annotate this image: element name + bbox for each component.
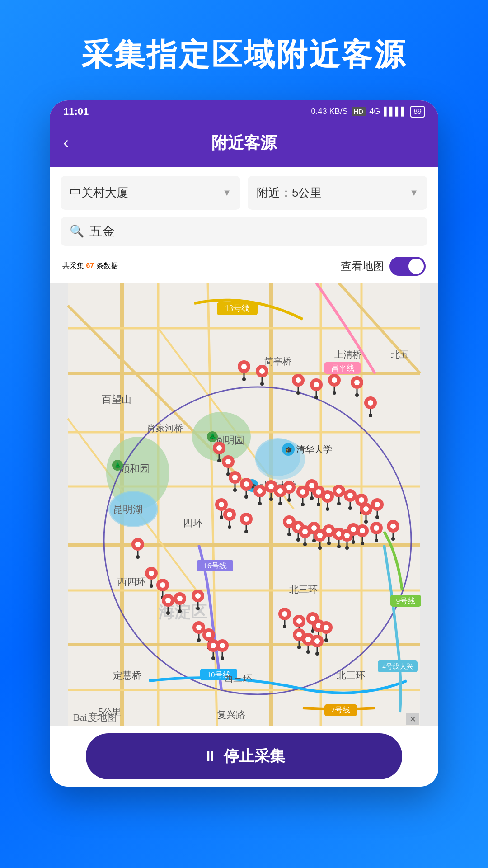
svg-point-244 [195, 593, 201, 599]
svg-point-220 [374, 525, 379, 531]
controls-area: 中关村大厦 ▼ 附近：5公里 ▼ 🔍 共采集 67 条数据 查看地图 [50, 167, 438, 283]
svg-text:西四环: 西四环 [117, 576, 146, 587]
svg-text:北五: 北五 [391, 349, 409, 359]
svg-point-166 [391, 537, 395, 541]
svg-text:🌲: 🌲 [114, 462, 121, 469]
stop-collection-button[interactable]: ⏸ 停止采集 [86, 733, 402, 779]
svg-point-108 [244, 481, 249, 487]
stats-row: 共采集 67 条数据 查看地图 [61, 253, 427, 283]
svg-point-94 [369, 414, 372, 417]
stats-suffix: 条数据 [96, 262, 118, 269]
svg-point-70 [242, 377, 246, 381]
svg-point-78 [296, 391, 300, 395]
svg-text:✕: ✕ [409, 715, 416, 724]
page-title: 附近客源 [211, 132, 277, 154]
svg-text:北三环: 北三环 [337, 670, 365, 681]
svg-text:13号线: 13号线 [225, 304, 249, 313]
map-container: 13号线 昌平线 16号线 10号线 4号线大兴 2号线 9号线 百望山 肖家河… [50, 283, 438, 726]
svg-point-126 [287, 498, 291, 502]
svg-point-80 [314, 382, 319, 387]
svg-point-286 [297, 646, 301, 649]
svg-text:2号线: 2号线 [331, 706, 351, 714]
svg-point-110 [244, 495, 248, 499]
svg-point-280 [324, 625, 329, 630]
svg-point-152 [359, 497, 364, 503]
signal-bars: ▌▌▌▌ [384, 107, 407, 116]
range-dropdown[interactable]: 附近：5公里 ▼ [248, 176, 427, 210]
stop-label: 停止采集 [224, 746, 285, 767]
app-header: ‹ 附近客源 [50, 123, 438, 167]
svg-point-136 [316, 489, 321, 495]
svg-point-190 [303, 542, 307, 546]
svg-point-262 [221, 656, 224, 660]
svg-point-294 [315, 652, 319, 656]
svg-point-84 [332, 377, 337, 383]
svg-point-288 [305, 637, 311, 642]
svg-point-232 [160, 582, 165, 588]
back-button[interactable]: ‹ [63, 133, 69, 152]
svg-point-188 [302, 529, 308, 534]
svg-point-250 [197, 638, 201, 642]
svg-point-246 [196, 607, 200, 610]
svg-point-116 [268, 484, 274, 489]
svg-point-128 [300, 489, 305, 495]
svg-point-120 [277, 488, 283, 494]
svg-text:9号线: 9号线 [396, 597, 416, 605]
svg-point-168 [219, 502, 224, 507]
svg-point-72 [259, 368, 265, 374]
svg-point-242 [178, 609, 182, 613]
network-icon: 4G [369, 107, 380, 116]
svg-text:Bai度地图: Bai度地图 [73, 712, 117, 723]
status-bar: 11:01 0.43 KB/S HD 4G ▌▌▌▌ 89 [50, 100, 438, 123]
svg-point-198 [318, 546, 322, 550]
svg-text:清华大学: 清华大学 [296, 444, 332, 454]
svg-point-252 [206, 632, 211, 637]
search-icon: 🔍 [70, 224, 84, 238]
map-toggle-label: 查看地图 [341, 259, 384, 274]
svg-point-148 [347, 493, 353, 498]
svg-point-150 [348, 506, 352, 510]
svg-point-186 [296, 538, 300, 542]
svg-point-98 [217, 459, 221, 462]
svg-point-212 [351, 527, 356, 532]
location-dropdown[interactable]: 中关村大厦 ▼ [61, 176, 240, 210]
svg-text:西三环: 西三环 [224, 673, 252, 684]
svg-point-222 [375, 539, 378, 542]
status-time: 11:01 [63, 106, 89, 118]
map-toggle-area: 查看地图 [341, 257, 426, 276]
svg-point-124 [286, 485, 292, 490]
svg-text:16号线: 16号线 [204, 561, 227, 570]
svg-point-202 [327, 542, 331, 545]
svg-point-238 [166, 611, 170, 615]
svg-point-160 [375, 502, 380, 507]
svg-point-218 [361, 542, 364, 545]
hero-title: 采集指定区域附近客源 [54, 0, 434, 100]
svg-point-180 [286, 519, 292, 524]
svg-point-176 [244, 516, 249, 522]
svg-text:定慧桥: 定慧桥 [113, 670, 141, 681]
svg-point-282 [324, 638, 328, 642]
svg-point-130 [301, 503, 305, 506]
battery-indicator: 89 [410, 106, 425, 118]
svg-point-170 [220, 515, 223, 519]
svg-point-258 [211, 656, 215, 660]
svg-point-240 [177, 596, 183, 601]
svg-point-74 [260, 382, 264, 386]
search-bar: 🔍 [61, 217, 427, 246]
svg-point-156 [363, 506, 369, 512]
svg-point-104 [232, 475, 238, 480]
svg-point-158 [364, 520, 368, 524]
svg-point-134 [310, 496, 314, 500]
svg-point-90 [355, 393, 359, 397]
svg-point-266 [283, 625, 286, 628]
svg-point-264 [282, 611, 287, 617]
svg-text:百望山: 百望山 [102, 394, 131, 405]
search-input[interactable] [89, 224, 418, 239]
svg-point-268 [296, 618, 302, 624]
svg-point-114 [258, 502, 262, 505]
svg-point-88 [354, 380, 360, 385]
svg-point-24 [255, 438, 300, 476]
svg-point-226 [136, 555, 140, 559]
svg-point-206 [337, 545, 341, 548]
map-view-toggle[interactable] [389, 257, 426, 276]
